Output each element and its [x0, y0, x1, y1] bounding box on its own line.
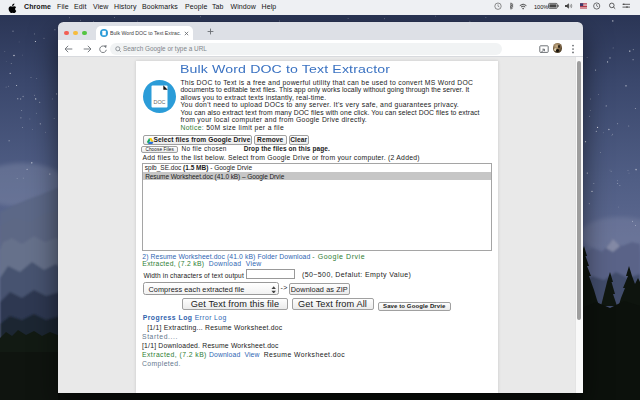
svg-text:DOC: DOC	[153, 99, 165, 105]
